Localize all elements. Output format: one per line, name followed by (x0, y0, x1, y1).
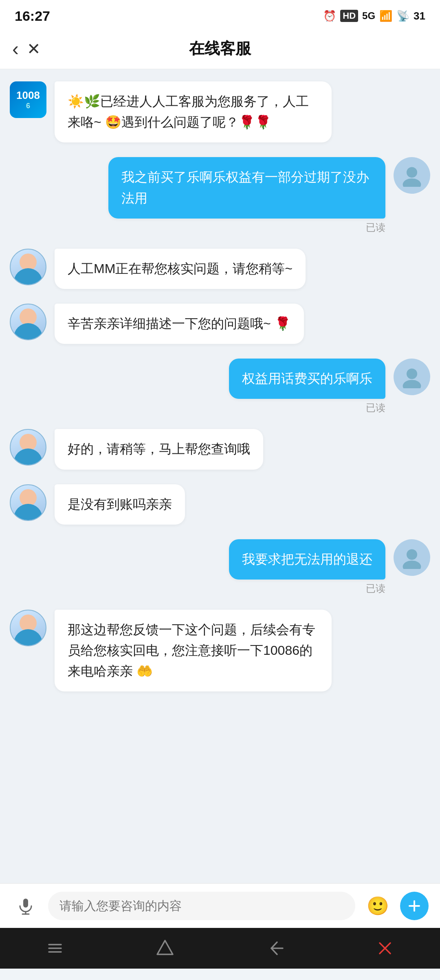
chat-input[interactable] (48, 892, 355, 920)
agent-avatar-7 (10, 484, 46, 521)
message-row-3: 人工MM正在帮您核实问题，请您稍等~ (10, 249, 430, 289)
msg7-text: 是没有到账吗亲亲 (68, 497, 172, 512)
bubble-wrap-8: 我要求把无法用的退还 已读 (229, 539, 385, 595)
agent-bubble-6: 好的，请稍等，马上帮您查询哦 (55, 429, 263, 469)
user-bubble-5: 权益用话费买的乐啊乐 (229, 359, 385, 399)
msg4-text: 辛苦亲亲详细描述一下您的问题哦~ 🌹 (68, 316, 291, 331)
bubble-wrap-5: 权益用话费买的乐啊乐 已读 (229, 359, 385, 414)
svg-point-3 (403, 380, 421, 389)
message-row-5: 权益用话费买的乐啊乐 已读 (10, 359, 430, 414)
agent-avatar-3 (10, 249, 46, 285)
msg3-text: 人工MM正在帮您核实问题，请您稍等~ (68, 261, 293, 276)
wifi-icon: 📡 (396, 10, 409, 22)
agent-bubble-1: ☀️🌿已经进人人工客服为您服务了，人工来咯~ 🤩遇到什么问题了呢？🌹🌹 (55, 81, 332, 142)
read-label-2: 已读 (366, 221, 385, 234)
message-row-7: 是没有到账吗亲亲 (10, 484, 430, 525)
msg2-text: 我之前买了乐啊乐权益有一部分过期了没办法用 (121, 170, 369, 205)
agent-logo-avatar: 1008 6 (10, 81, 46, 118)
svg-point-2 (407, 369, 417, 379)
chat-area: 1008 6 ☀️🌿已经进人人工客服为您服务了，人工来咯~ 🤩遇到什么问题了呢？… (0, 69, 440, 883)
user-icon (400, 546, 423, 569)
nav-bar (0, 928, 440, 969)
add-button[interactable] (400, 892, 429, 920)
agent-bubble-4: 辛苦亲亲详细描述一下您的问题哦~ 🌹 (55, 304, 304, 344)
hd-icon: HD (340, 10, 358, 22)
nav-extra-button[interactable] (369, 936, 401, 960)
nav-menu-button[interactable] (39, 936, 71, 960)
message-row-6: 好的，请稍等，马上帮您查询哦 (10, 429, 430, 469)
status-bar: 16:27 ⏰ HD 5G 📶 📡 31 (0, 0, 440, 28)
message-row-9: 那这边帮您反馈一下这个问题，后续会有专员给您核实回电，您注意接听一下10086的… (10, 610, 430, 692)
bubble-wrap-9: 那这边帮您反馈一下这个问题，后续会有专员给您核实回电，您注意接听一下10086的… (55, 610, 332, 692)
status-time: 16:27 (15, 8, 50, 24)
agent-avatar-6 (10, 429, 46, 466)
msg9-text: 那这边帮您反馈一下这个问题，后续会有专员给您核实回电，您注意接听一下10086的… (68, 622, 315, 678)
user-avatar-2 (394, 157, 430, 194)
close-icon[interactable]: ✕ (27, 39, 41, 58)
msg5-text: 权益用话费买的乐啊乐 (242, 371, 372, 386)
nav-back-button[interactable] (259, 936, 291, 960)
microphone-button[interactable] (11, 892, 40, 920)
input-bar: 🙂 (0, 883, 440, 928)
status-icons: ⏰ HD 5G 📶 📡 31 (323, 10, 425, 22)
alarm-icon: ⏰ (323, 10, 336, 22)
header-back-group[interactable]: ‹ ✕ (12, 37, 41, 60)
bubble-wrap-4: 辛苦亲亲详细描述一下您的问题哦~ 🌹 (55, 304, 304, 344)
agent-bubble-7: 是没有到账吗亲亲 (55, 484, 185, 525)
user-icon (400, 365, 423, 388)
back-icon[interactable]: ‹ (12, 37, 19, 60)
message-row-8: 我要求把无法用的退还 已读 (10, 539, 430, 595)
network-5g-icon: 5G (362, 10, 375, 22)
msg8-text: 我要求把无法用的退还 (242, 552, 372, 567)
svg-marker-14 (157, 941, 173, 954)
svg-point-5 (403, 560, 421, 569)
svg-point-4 (407, 549, 417, 560)
svg-point-0 (407, 167, 417, 178)
svg-rect-6 (23, 899, 28, 908)
agent-avatar-9 (10, 610, 46, 646)
user-icon (400, 164, 423, 187)
user-bubble-8: 我要求把无法用的退还 (229, 539, 385, 580)
bubble-wrap-7: 是没有到账吗亲亲 (55, 484, 185, 525)
bubble-wrap-2: 我之前买了乐啊乐权益有一部分过期了没办法用 已读 (108, 157, 385, 234)
svg-point-1 (403, 179, 421, 187)
msg1-text: ☀️🌿已经进人人工客服为您服务了，人工来咯~ 🤩遇到什么问题了呢？🌹🌹 (68, 94, 309, 129)
signal-icon: 📶 (379, 10, 392, 22)
agent-bubble-3: 人工MM正在帮您核实问题，请您稍等~ (55, 249, 306, 289)
nav-home-button[interactable] (149, 936, 181, 960)
msg6-text: 好的，请稍等，马上帮您查询哦 (68, 442, 250, 456)
message-row-1: 1008 6 ☀️🌿已经进人人工客服为您服务了，人工来咯~ 🤩遇到什么问题了呢？… (10, 81, 430, 142)
bubble-wrap-6: 好的，请稍等，马上帮您查询哦 (55, 429, 263, 469)
battery-icon: 31 (414, 10, 425, 22)
page-title: 在线客服 (189, 38, 251, 59)
read-label-5: 已读 (366, 401, 385, 414)
user-bubble-2: 我之前买了乐啊乐权益有一部分过期了没办法用 (108, 157, 385, 218)
bubble-wrap-3: 人工MM正在帮您核实问题，请您稍等~ (55, 249, 306, 289)
message-row-4: 辛苦亲亲详细描述一下您的问题哦~ 🌹 (10, 304, 430, 344)
user-avatar-8 (394, 539, 430, 576)
message-row-2: 我之前买了乐啊乐权益有一部分过期了没办法用 已读 (10, 157, 430, 234)
emoji-button[interactable]: 🙂 (363, 892, 392, 920)
header: ‹ ✕ 在线客服 (0, 28, 440, 69)
user-avatar-5 (394, 359, 430, 395)
bubble-wrap-1: ☀️🌿已经进人人工客服为您服务了，人工来咯~ 🤩遇到什么问题了呢？🌹🌹 (55, 81, 332, 142)
read-label-8: 已读 (366, 582, 385, 595)
agent-bubble-9: 那这边帮您反馈一下这个问题，后续会有专员给您核实回电，您注意接听一下10086的… (55, 610, 332, 692)
agent-avatar-4 (10, 304, 46, 340)
